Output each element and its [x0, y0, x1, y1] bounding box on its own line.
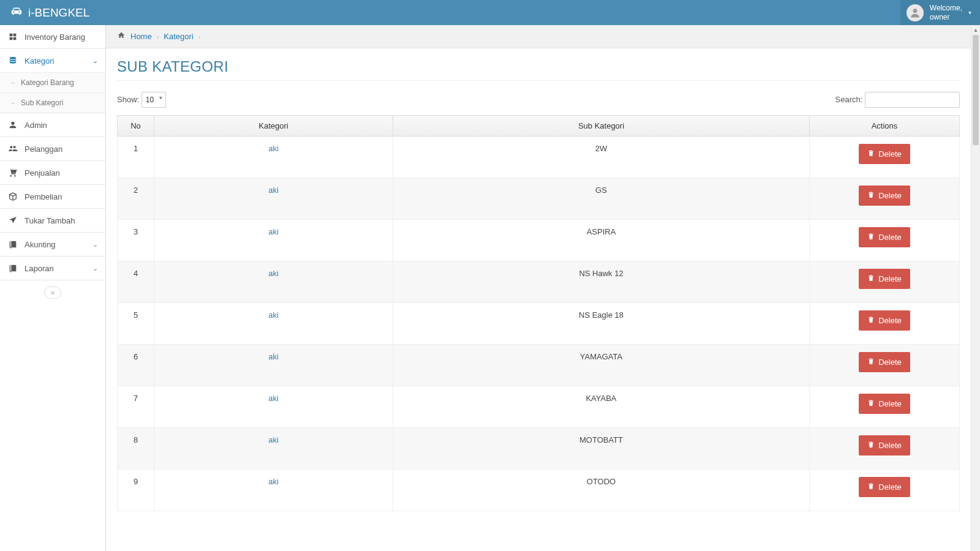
breadcrumb-home[interactable]: Home: [130, 32, 152, 41]
cell-actions: Delete: [810, 345, 960, 386]
delete-button[interactable]: Delete: [859, 186, 910, 206]
sidebar-item-penjualan[interactable]: Penjualan: [0, 161, 105, 184]
book-icon: [7, 239, 18, 250]
delete-button[interactable]: Delete: [859, 144, 910, 164]
table-row: 2akiGSDelete: [118, 178, 960, 220]
delete-label: Delete: [878, 191, 902, 200]
user-icon: [7, 119, 18, 130]
main: Home › Kategori › SUB KATEGORI Show: 10 …: [106, 25, 971, 551]
inventory-icon: [7, 31, 18, 42]
delete-button[interactable]: Delete: [859, 477, 910, 497]
cell-actions: Delete: [810, 137, 960, 178]
caret-down-icon: ▾: [968, 9, 971, 16]
trash-icon: [867, 274, 875, 283]
table-row: 4akiNS Hawk 12Delete: [118, 261, 960, 303]
table-row: 5akiNS Eagle 18Delete: [118, 303, 960, 345]
divider: [117, 80, 960, 81]
sidebar-item-pelanggan[interactable]: Pelanggan: [0, 137, 105, 160]
cell-sub: GS: [393, 178, 810, 220]
sidebar-item-label: Penjualan: [24, 168, 60, 178]
cell-no: 3: [118, 220, 154, 261]
table-row: 3akiASPIRADelete: [118, 220, 960, 261]
show-control: Show: 10: [117, 92, 166, 108]
scroll-up-icon[interactable]: ▲: [971, 25, 980, 34]
table-row: 9akiOTODODelete: [118, 470, 960, 511]
cart-icon: [7, 167, 18, 178]
sidebar-collapse-button[interactable]: «: [44, 287, 61, 299]
sidebar-item-admin[interactable]: Admin: [0, 113, 105, 137]
search-label: Search:: [835, 95, 863, 104]
sidebar-item-kategori[interactable]: Kategori⌄: [0, 49, 105, 72]
delete-button[interactable]: Delete: [859, 269, 910, 289]
sidebar-subitem-sub-kategori[interactable]: Sub Kategori: [0, 93, 105, 113]
cell-no: 5: [118, 303, 154, 345]
chevron-down-icon: ⌄: [92, 57, 98, 65]
sidebar-item-inventory-barang[interactable]: Inventory Barang: [0, 25, 105, 48]
cell-actions: Delete: [810, 261, 960, 303]
delete-label: Delete: [878, 441, 902, 450]
trash-icon: [867, 316, 875, 325]
cell-kategori: aki: [154, 303, 393, 345]
sidebar-item-pembelian[interactable]: Pembelian: [0, 185, 105, 208]
sidebar-item-tukar-tambah[interactable]: Tukar Tambah: [0, 209, 105, 232]
search-input[interactable]: [865, 92, 960, 108]
cell-actions: Delete: [810, 386, 960, 428]
cell-kategori: aki: [154, 220, 393, 261]
col-kategori[interactable]: Kategori: [154, 116, 393, 137]
table-row: 1aki2WDelete: [118, 137, 960, 178]
sidebar-item-laporan[interactable]: Laporan⌄: [0, 257, 105, 280]
breadcrumb-kategori[interactable]: Kategori: [164, 32, 193, 41]
cell-no: 2: [118, 178, 154, 220]
col-sub[interactable]: Sub Kategori: [393, 116, 810, 137]
delete-button[interactable]: Delete: [859, 435, 910, 455]
sidebar-item-akunting[interactable]: Akunting⌄: [0, 233, 105, 256]
show-select[interactable]: 10: [141, 92, 166, 108]
cell-sub: NS Hawk 12: [393, 261, 810, 303]
delete-button[interactable]: Delete: [859, 227, 910, 247]
cell-no: 9: [118, 470, 154, 511]
sidebar: Inventory BarangKategori⌄Kategori Barang…: [0, 25, 106, 551]
sidebar-item-label: Kategori: [24, 56, 54, 66]
sidebar-subitem-kategori-barang[interactable]: Kategori Barang: [0, 73, 105, 92]
user-menu[interactable]: Welcome, owner ▾: [900, 0, 980, 25]
breadcrumb: Home › Kategori ›: [106, 25, 971, 48]
chevron-down-icon: ⌄: [92, 241, 98, 249]
cell-kategori: aki: [154, 261, 393, 303]
cell-sub: KAYABA: [393, 386, 810, 428]
book-icon: [7, 263, 18, 274]
delete-button[interactable]: Delete: [859, 394, 910, 414]
trash-icon: [867, 399, 875, 408]
scrollbar[interactable]: ▲: [971, 25, 980, 551]
cell-kategori: aki: [154, 428, 393, 470]
box-icon: [7, 191, 18, 202]
cell-sub: NS Eagle 18: [393, 303, 810, 345]
users-icon: [7, 143, 18, 154]
cell-no: 1: [118, 137, 154, 178]
cell-actions: Delete: [810, 220, 960, 261]
col-no[interactable]: No: [118, 116, 154, 137]
sidebar-item-label: Pembelian: [24, 192, 62, 201]
chevron-right-icon: ›: [198, 33, 201, 40]
sub-kategori-table: No Kategori Sub Kategori Actions 1aki2WD…: [117, 115, 960, 511]
cell-actions: Delete: [810, 470, 960, 511]
delete-label: Delete: [878, 149, 902, 159]
topbar: i-BENGKEL Welcome, owner ▾: [0, 0, 980, 25]
plane-icon: [7, 215, 18, 226]
scroll-thumb[interactable]: [973, 35, 979, 145]
cell-kategori: aki: [154, 178, 393, 220]
cell-kategori: aki: [154, 137, 393, 178]
delete-button[interactable]: Delete: [859, 352, 910, 372]
database-icon: [7, 55, 18, 66]
table-row: 6akiYAMAGATADelete: [118, 345, 960, 386]
home-icon: [117, 31, 126, 42]
delete-label: Delete: [878, 274, 902, 283]
trash-icon: [867, 191, 875, 200]
sidebar-item-label: Tukar Tambah: [24, 216, 75, 225]
cell-sub: ASPIRA: [393, 220, 810, 261]
cell-sub: MOTOBATT: [393, 428, 810, 470]
delete-label: Delete: [878, 399, 902, 408]
brand[interactable]: i-BENGKEL: [0, 4, 99, 21]
delete-button[interactable]: Delete: [859, 310, 910, 331]
cell-kategori: aki: [154, 345, 393, 386]
cell-actions: Delete: [810, 303, 960, 345]
